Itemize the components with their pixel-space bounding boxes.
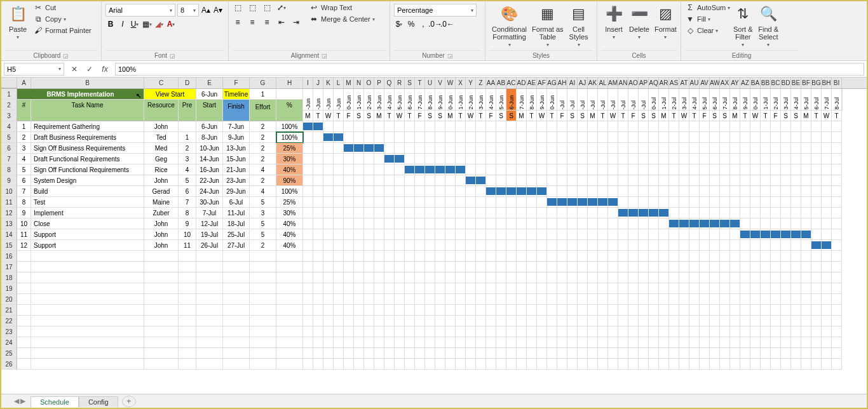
timeline-cell[interactable] <box>567 154 578 164</box>
gantt-bar[interactable] <box>618 209 628 217</box>
gantt-bar[interactable] <box>303 123 313 130</box>
timeline-cell[interactable] <box>659 337 669 348</box>
timeline-cell[interactable] <box>689 197 700 208</box>
timeline-cell[interactable] <box>395 316 405 326</box>
timeline-cell[interactable] <box>374 316 384 326</box>
comma-icon[interactable]: , <box>418 19 428 29</box>
timeline-cell[interactable] <box>313 154 323 164</box>
col-header[interactable]: AC <box>506 77 517 88</box>
timeline-cell[interactable] <box>415 316 425 326</box>
timeline-cell[interactable] <box>598 272 608 283</box>
timeline-cell[interactable] <box>710 283 720 294</box>
timeline-cell[interactable] <box>425 348 435 359</box>
indent-increase-icon[interactable]: ⇥ <box>291 17 301 27</box>
timeline-cell[interactable] <box>832 154 842 164</box>
timeline-cell[interactable] <box>649 197 659 208</box>
active-cell[interactable]: 100% <box>276 132 303 143</box>
gantt-bar[interactable] <box>628 209 638 217</box>
timeline-cell[interactable] <box>425 316 435 326</box>
timeline-cell[interactable] <box>506 218 517 229</box>
cell[interactable] <box>144 272 179 283</box>
timeline-date-cell[interactable]: 14-Jul <box>689 89 700 111</box>
timeline-cell[interactable] <box>750 218 761 229</box>
row-header[interactable]: 19 <box>1 283 17 294</box>
timeline-cell[interactable] <box>425 359 435 370</box>
col-header[interactable]: Z <box>476 77 486 88</box>
timeline-cell[interactable] <box>405 283 415 294</box>
timeline-cell[interactable] <box>527 294 537 305</box>
timeline-cell[interactable] <box>435 316 445 326</box>
timeline-cell[interactable] <box>598 175 608 186</box>
timeline-cell[interactable] <box>618 262 628 272</box>
gantt-bar[interactable] <box>354 144 363 152</box>
col-header[interactable]: AZ <box>740 77 750 88</box>
timeline-cell[interactable] <box>700 208 710 218</box>
timeline-cell[interactable] <box>456 305 466 316</box>
col-header[interactable]: U <box>425 77 435 88</box>
timeline-cell[interactable] <box>313 283 323 294</box>
timeline-cell[interactable] <box>344 359 354 370</box>
timeline-day-cell[interactable]: M <box>374 111 384 121</box>
timeline-day-cell[interactable]: T <box>832 111 842 121</box>
col-header[interactable]: AY <box>730 77 740 88</box>
timeline-cell[interactable] <box>537 218 547 229</box>
timeline-date-cell[interactable]: 24-Jul <box>791 89 801 111</box>
timeline-cell[interactable] <box>486 121 496 132</box>
timeline-cell[interactable] <box>801 229 811 240</box>
timeline-cell[interactable] <box>435 283 445 294</box>
timeline-cell[interactable] <box>679 229 689 240</box>
timeline-cell[interactable] <box>313 359 323 370</box>
timeline-cell[interactable] <box>700 154 710 164</box>
timeline-cell[interactable] <box>395 164 405 175</box>
timeline-cell[interactable] <box>730 272 740 283</box>
timeline-cell[interactable] <box>801 262 811 272</box>
timeline-cell[interactable] <box>466 337 476 348</box>
timeline-cell[interactable] <box>791 272 801 283</box>
col-header[interactable]: AU <box>689 77 700 88</box>
timeline-cell[interactable] <box>344 348 354 359</box>
timeline-cell[interactable] <box>578 262 588 272</box>
timeline-cell[interactable] <box>659 175 669 186</box>
row-header[interactable]: 16 <box>1 251 17 262</box>
timeline-cell[interactable] <box>395 121 405 132</box>
timeline-cell[interactable] <box>547 186 557 197</box>
col-header[interactable]: AF <box>537 77 547 88</box>
timeline-cell[interactable] <box>395 154 405 164</box>
timeline-cell[interactable] <box>354 218 364 229</box>
timeline-cell[interactable] <box>313 218 323 229</box>
timeline-cell[interactable] <box>354 186 364 197</box>
timeline-cell[interactable] <box>547 251 557 262</box>
timeline-cell[interactable] <box>811 218 822 229</box>
timeline-cell[interactable] <box>618 305 628 316</box>
timeline-cell[interactable] <box>639 143 649 154</box>
timeline-cell[interactable] <box>567 272 578 283</box>
cell[interactable] <box>223 359 250 370</box>
cell[interactable] <box>31 337 144 348</box>
timeline-cell[interactable] <box>689 305 700 316</box>
align-middle-icon[interactable]: ⬚ <box>247 3 257 13</box>
timeline-cell[interactable] <box>710 305 720 316</box>
timeline-cell[interactable] <box>649 348 659 359</box>
cell[interactable] <box>223 337 250 348</box>
timeline-cell[interactable] <box>710 143 720 154</box>
timeline-cell[interactable] <box>639 262 649 272</box>
timeline-cell[interactable] <box>334 316 344 326</box>
timeline-cell[interactable] <box>822 143 832 154</box>
cell[interactable] <box>196 272 223 283</box>
timeline-cell[interactable] <box>334 186 344 197</box>
timeline-cell[interactable] <box>720 132 730 143</box>
cell[interactable]: 2 <box>179 143 196 154</box>
timeline-cell[interactable] <box>639 316 649 326</box>
timeline-cell[interactable] <box>618 186 628 197</box>
cell[interactable] <box>144 337 179 348</box>
timeline-cell[interactable] <box>608 262 618 272</box>
timeline-cell[interactable] <box>598 251 608 262</box>
timeline-cell[interactable] <box>435 240 445 251</box>
timeline-cell[interactable] <box>435 132 445 143</box>
timeline-cell[interactable] <box>445 164 456 175</box>
timeline-day-cell[interactable]: S <box>649 111 659 121</box>
timeline-day-cell[interactable]: W <box>537 111 547 121</box>
timeline-cell[interactable] <box>750 305 761 316</box>
cell[interactable] <box>196 359 223 370</box>
timeline-cell[interactable] <box>750 229 761 240</box>
